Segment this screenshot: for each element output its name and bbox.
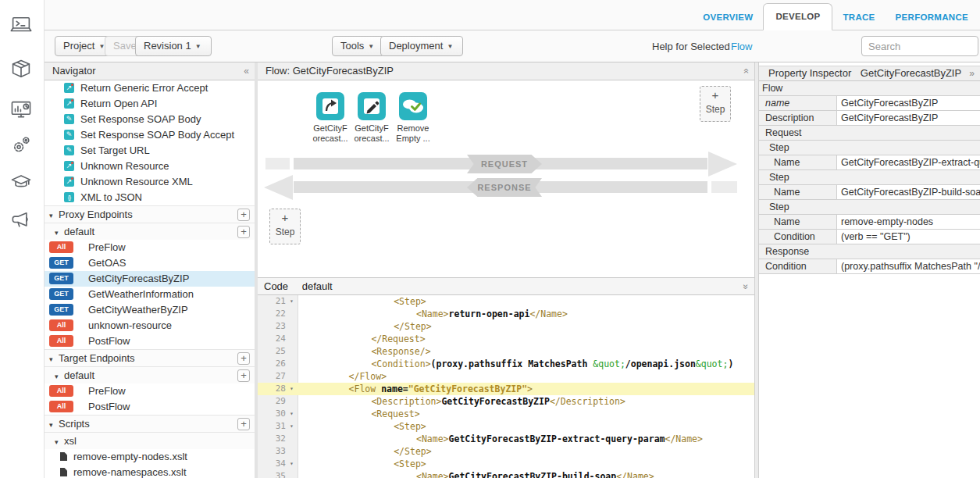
navigator-file-remove-namespaces-xslt[interactable]: remove-namespaces.xslt bbox=[45, 465, 255, 478]
code-line-26[interactable]: 26<Condition>(proxy.pathsuffix MatchesPa… bbox=[258, 358, 754, 370]
tab-trace[interactable]: TRACE bbox=[832, 4, 885, 30]
navigator-policy-unknown-resource-xml[interactable]: ↗Unknown Resource XML bbox=[45, 174, 255, 190]
copy-arrow-icon[interactable] bbox=[316, 92, 344, 120]
flow-policy-step[interactable]: GetCityForecast... bbox=[351, 92, 392, 144]
navigator-flow-getcityforecastbyzip[interactable]: GETGetCityForecastByZIP bbox=[45, 271, 255, 287]
navigator-section-proxy-endpoints[interactable]: ▾Proxy Endpoints+ bbox=[45, 205, 255, 223]
settings-gears-icon[interactable] bbox=[9, 134, 33, 157]
code-line-31[interactable]: 31▾<Step> bbox=[258, 420, 754, 433]
flow-policy-step[interactable]: RemoveEmpty ... bbox=[393, 92, 433, 144]
caret-down-icon[interactable]: ▾ bbox=[49, 416, 57, 433]
navigator-policy-return-generic-error-accept[interactable]: ↗Return Generic Error Accept bbox=[45, 80, 255, 96]
code-line-30[interactable]: 30▾<Request> bbox=[258, 408, 754, 420]
line-number: 23 bbox=[258, 320, 286, 333]
code-line-35[interactable]: 35<Name>GetCityForecastByZIP-build-soap<… bbox=[258, 470, 754, 478]
fold-toggle-icon[interactable]: ▾ bbox=[286, 458, 298, 470]
caret-down-icon[interactable]: ▾ bbox=[49, 351, 57, 368]
code-text: <Name>return-open-api</Name> bbox=[298, 309, 568, 319]
add-step-button[interactable]: + Step bbox=[269, 209, 301, 244]
navigator-sub-default[interactable]: ▾default+ bbox=[45, 366, 255, 383]
item-label: GetCityForecastByZIP bbox=[88, 273, 189, 284]
search-input[interactable] bbox=[861, 36, 978, 56]
caret-down-icon[interactable]: ▾ bbox=[55, 224, 62, 241]
fold-toggle-icon[interactable]: ▾ bbox=[286, 408, 298, 420]
learn-icon[interactable] bbox=[9, 170, 33, 194]
fold-toggle-icon[interactable]: ▾ bbox=[286, 420, 298, 433]
code-text: <Step> bbox=[298, 458, 426, 469]
package-icon[interactable] bbox=[9, 58, 33, 81]
cloud-check-icon[interactable] bbox=[399, 92, 427, 120]
collapse-inspector-button[interactable]: » bbox=[969, 66, 975, 80]
navigator-sub-default[interactable]: ▾default+ bbox=[45, 223, 255, 240]
property-value[interactable]: (verb == "GET") bbox=[837, 230, 980, 244]
add-button[interactable]: + bbox=[237, 226, 250, 238]
code-editor[interactable]: 21▾<Step>22<Name>return-open-api</Name>2… bbox=[258, 295, 754, 478]
property-value[interactable]: GetCityForecastByZIP-build-soap bbox=[837, 185, 980, 199]
policy-arrow-icon: ↗ bbox=[64, 83, 74, 93]
analytics-icon[interactable] bbox=[9, 98, 33, 122]
help-flow-link[interactable]: Flow bbox=[731, 41, 752, 52]
add-button[interactable]: + bbox=[237, 418, 250, 430]
code-line-23[interactable]: 23</Step> bbox=[258, 320, 754, 333]
navigator-flow-postflow[interactable]: AllPostFlow bbox=[45, 334, 255, 349]
caret-down-icon[interactable]: ▾ bbox=[55, 368, 62, 385]
tab-performance[interactable]: PERFORMANCE bbox=[886, 4, 978, 30]
navigator-flow-unknown-resource[interactable]: Allunknown-resource bbox=[45, 318, 255, 334]
code-line-33[interactable]: 33</Step> bbox=[258, 445, 754, 458]
collapse-navigator-button[interactable]: « bbox=[244, 62, 249, 80]
navigator-section-target-endpoints[interactable]: ▾Target Endpoints+ bbox=[45, 349, 255, 366]
caret-down-icon[interactable]: ▾ bbox=[55, 433, 62, 451]
property-label: Step bbox=[759, 170, 980, 184]
add-button[interactable]: + bbox=[237, 352, 250, 365]
tools-menu-button[interactable]: Tools▼ bbox=[332, 36, 384, 56]
property-value[interactable]: GetCityForecastByZIP bbox=[837, 96, 980, 110]
code-line-34[interactable]: 34▾<Step> bbox=[258, 458, 754, 470]
navigator-policy-set-target-url[interactable]: ✎Set Target URL bbox=[45, 143, 255, 159]
navigator-policy-set-response-soap-body-accept[interactable]: ✎Set Response SOAP Body Accept bbox=[45, 127, 255, 143]
pencil-icon[interactable] bbox=[358, 92, 386, 120]
add-button[interactable]: + bbox=[237, 209, 250, 221]
caret-down-icon[interactable]: ▾ bbox=[49, 207, 57, 224]
code-line-29[interactable]: 29<Description>GetCityForecastByZIP</Des… bbox=[258, 395, 754, 408]
code-line-32[interactable]: 32<Name>GetCityForecastByZIP-extract-que… bbox=[258, 433, 754, 445]
add-step-button[interactable]: + Step bbox=[700, 86, 731, 122]
navigator-flow-getcityweatherbyzip[interactable]: GETGetCityWeatherByZIP bbox=[45, 302, 255, 318]
navigator-flow-postflow[interactable]: AllPostFlow bbox=[45, 399, 255, 415]
revision-menu-button[interactable]: Revision 1▼ bbox=[135, 36, 212, 56]
line-number: 27 bbox=[258, 370, 286, 383]
add-button[interactable]: + bbox=[237, 369, 250, 382]
navigator-section-scripts[interactable]: ▾Scripts+ bbox=[45, 415, 255, 432]
tab-overview[interactable]: OVERVIEW bbox=[693, 4, 763, 30]
navigator-file-remove-empty-nodes-xslt[interactable]: remove-empty-nodes.xslt bbox=[45, 449, 255, 465]
fold-toggle-icon[interactable]: ▾ bbox=[286, 295, 298, 308]
property-value[interactable]: remove-empty-nodes bbox=[837, 215, 980, 229]
navigator-flow-preflow[interactable]: AllPreFlow bbox=[45, 240, 255, 255]
navigator-flow-preflow[interactable]: AllPreFlow bbox=[45, 383, 255, 399]
property-value[interactable]: GetCityForecastByZIP bbox=[837, 111, 980, 125]
code-line-24[interactable]: 24</Request> bbox=[258, 333, 754, 345]
navigator-policy-set-response-soap-body[interactable]: ✎Set Response SOAP Body bbox=[45, 112, 255, 127]
navigator-policy-xml-to-json[interactable]: {}XML to JSON bbox=[45, 190, 255, 205]
fold-toggle-icon[interactable]: ▾ bbox=[286, 383, 298, 395]
tab-develop[interactable]: DEVELOP bbox=[763, 3, 832, 30]
code-line-22[interactable]: 22<Name>return-open-api</Name> bbox=[258, 308, 754, 320]
property-value[interactable]: (proxy.pathsuffix MatchesPath "/c bbox=[837, 259, 980, 273]
flow-policy-step[interactable]: GetCityForecast... bbox=[310, 92, 351, 144]
navigator-flow-getweatherinformation[interactable]: GETGetWeatherInformation bbox=[45, 287, 255, 302]
terminal-icon[interactable] bbox=[9, 13, 33, 37]
code-line-21[interactable]: 21▾<Step> bbox=[258, 295, 754, 308]
collapse-flow-button[interactable]: » bbox=[738, 69, 755, 74]
deployment-menu-button[interactable]: Deployment▼ bbox=[380, 36, 463, 56]
property-value[interactable]: GetCityForecastByZIP-extract-query-param bbox=[837, 155, 980, 169]
code-line-28[interactable]: 28▾<Flow name="GetCityForecastByZIP"> bbox=[258, 383, 754, 395]
item-label: Proxy Endpoints bbox=[59, 209, 133, 220]
navigator-flow-getoas[interactable]: GETGetOAS bbox=[45, 255, 255, 271]
code-line-27[interactable]: 27</Flow> bbox=[258, 370, 754, 383]
collapse-code-button[interactable]: » bbox=[738, 284, 755, 290]
navigator-policy-return-open-api[interactable]: ↗Return Open API bbox=[45, 96, 255, 112]
policy-pencil-icon: ✎ bbox=[64, 130, 74, 140]
code-line-25[interactable]: 25<Response/> bbox=[258, 345, 754, 358]
navigator-policy-unknown-resource[interactable]: ↗Unknown Resource bbox=[45, 159, 255, 174]
announcements-icon[interactable] bbox=[9, 209, 33, 232]
navigator-sub-xsl[interactable]: ▾xsl bbox=[45, 432, 255, 449]
